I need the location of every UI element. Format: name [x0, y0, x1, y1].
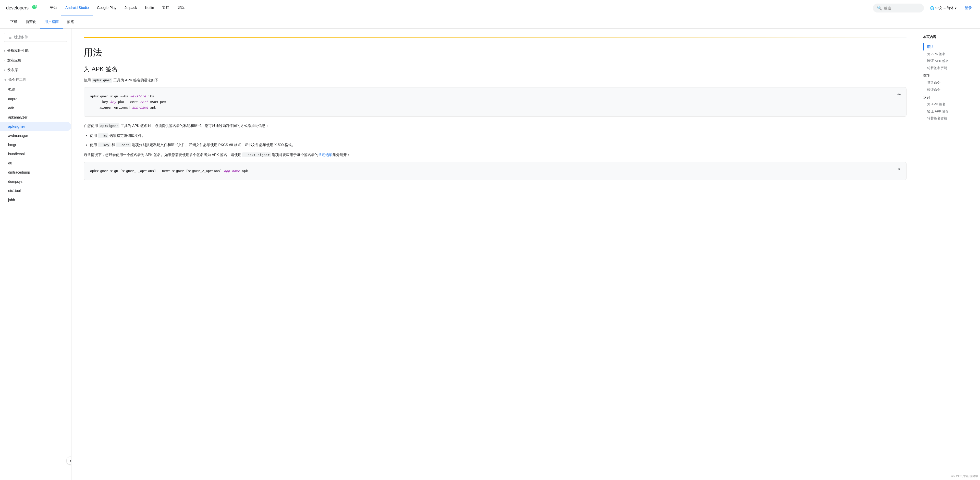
sidebar-item-aapt2[interactable]: aapt2 — [0, 94, 71, 103]
sidebar-item-analyze[interactable]: › 分析应用性能 — [0, 46, 71, 55]
intro-paragraph: 使用 apksigner使用 apksigner 工具为 APK 签名的语法如下… — [84, 77, 907, 83]
toc-item-verify-apk-ex[interactable]: 验证 APK 签名 — [923, 108, 976, 115]
toc-item-verify-apk[interactable]: 验证 APK 签名 — [923, 57, 976, 65]
toc-section-examples: 示例 — [923, 93, 976, 101]
sidebar-label-apkanalyzer: apkanalyzer — [8, 115, 27, 119]
chevron-down-icon: ▾ — [955, 6, 956, 10]
bullet1-prefix: 使用 — [90, 133, 98, 138]
search-box[interactable]: 🔍 — [873, 3, 924, 13]
language-button[interactable]: 🌐 中文 – 简体 ▾ — [928, 4, 959, 13]
login-button[interactable]: 登录 — [963, 4, 974, 13]
next-signer-code: --next-signer — [242, 152, 271, 157]
top-nav: developers 平台 Android Studio Google Play… — [0, 0, 980, 16]
code-block-1: ☀ apksigner sign --ks keystore.jks | --k… — [84, 87, 907, 117]
sidebar-label-publish-lib: 发布库 — [7, 68, 18, 72]
main-text-suffix: 工具为 APK 签名时，必须提供签名者的私钥和证书。您可以通过两种不同的方式添加… — [119, 124, 269, 128]
sidebar-item-dumpsys[interactable]: dumpsys — [0, 177, 71, 186]
search-icon: 🔍 — [877, 6, 882, 11]
toc-title: 本页内容 — [923, 35, 976, 39]
nav-user-guide[interactable]: 用户指南 — [40, 16, 63, 29]
sidebar-item-jobb[interactable]: jobb — [0, 195, 71, 204]
sidebar-item-cmdtools[interactable]: ∨ 命令行工具 — [0, 75, 71, 85]
logo-text: developers — [6, 5, 29, 11]
bullet2-code2: --cert — [116, 143, 130, 147]
globe-icon: 🌐 — [930, 6, 934, 10]
search-input[interactable] — [884, 6, 920, 10]
bullet2-middle: 和 — [110, 143, 116, 147]
sidebar-collapse-button[interactable]: ‹ — [66, 456, 72, 465]
sidebar-item-bundletool[interactable]: bundletool — [0, 149, 71, 158]
nav-platform[interactable]: 平台 — [46, 0, 61, 16]
sidebar-label-dumpsys: dumpsys — [8, 179, 22, 184]
bullet2-prefix: 使用 — [90, 143, 98, 147]
toc-item-sign-apk-ex[interactable]: 为 APK 签名 — [923, 101, 976, 108]
nav-games[interactable]: 游戏 — [173, 0, 189, 16]
bullet-list: 使用 --ks 选项指定密钥库文件。 使用 --key 和 --cert 选项分… — [90, 133, 907, 148]
sidebar-label-publish: 发布应用 — [7, 58, 21, 63]
accent-bar — [84, 37, 907, 38]
chevron-right-icon3: › — [4, 68, 5, 72]
sidebar-label-jobb: jobb — [8, 198, 15, 202]
filter-icon: ☰ — [8, 35, 12, 39]
page-title: 用法 — [84, 46, 907, 59]
filter-box[interactable]: ☰ 过滤条件 — [4, 33, 67, 42]
lang-label: 中文 – 简体 — [935, 6, 954, 11]
collapse-icon: ‹ — [70, 459, 71, 463]
sidebar-item-publish-lib[interactable]: › 发布库 — [0, 65, 71, 75]
nav-changes[interactable]: 新变化 — [21, 16, 40, 29]
sidebar-label-analyze: 分析应用性能 — [7, 48, 29, 53]
sidebar: ☰ 过滤条件 › 分析应用性能 › 发布应用 › 发布库 ∨ 命令行工具 概览 … — [0, 29, 72, 480]
toc-item-verify-cmd[interactable]: 验证命令 — [923, 86, 976, 93]
nav-google-play[interactable]: Google Play — [93, 0, 121, 16]
sidebar-item-d8[interactable]: d8 — [0, 158, 71, 168]
bottom-text-middle: 选项将要应用于每个签名者的 — [271, 153, 318, 157]
nav-download[interactable]: 下载 — [6, 16, 21, 29]
sidebar-item-publish[interactable]: › 发布应用 — [0, 55, 71, 65]
nav-docs[interactable]: 文档 — [158, 0, 173, 16]
toc-item-rotate-key[interactable]: 轮替签名密钥 — [923, 65, 976, 71]
main-text-paragraph: 在您使用 apksigner 工具为 APK 签名时，必须提供签名者的私钥和证书… — [84, 123, 907, 129]
sidebar-item-adb[interactable]: adb — [0, 103, 71, 112]
dark-mode-button-1[interactable]: ☀ — [895, 90, 903, 99]
nav-android-studio[interactable]: Android Studio — [61, 0, 93, 16]
nav-right: 🔍 🌐 中文 – 简体 ▾ 登录 — [873, 3, 974, 13]
sidebar-label-apksigner: apksigner — [8, 124, 25, 128]
logo-area[interactable]: developers — [6, 5, 38, 12]
sidebar-label-bundletool: bundletool — [8, 152, 25, 156]
page-layout: ☰ 过滤条件 › 分析应用性能 › 发布应用 › 发布库 ∨ 命令行工具 概览 … — [0, 29, 980, 480]
sidebar-item-avdmanager[interactable]: avdmanager — [0, 131, 71, 140]
sidebar-label-aapt2: aapt2 — [8, 97, 17, 101]
sun-icon-2: ☀ — [897, 166, 901, 172]
common-options-link[interactable]: 常规选项 — [318, 153, 332, 157]
bullet1-code: --ks — [98, 133, 108, 138]
code-content-2: apksigner sign [signer_1_options] --next… — [90, 168, 900, 174]
sidebar-item-dmtracedump[interactable]: dmtracedump — [0, 168, 71, 177]
dark-mode-button-2[interactable]: ☀ — [895, 165, 903, 173]
nav-jetpack[interactable]: Jetpack — [121, 0, 141, 16]
chevron-right-icon2: › — [4, 59, 5, 62]
sidebar-item-overview[interactable]: 概览 — [0, 85, 71, 94]
toc-item-usage[interactable]: 用法 — [927, 43, 976, 51]
sidebar-label-dmtracedump: dmtracedump — [8, 170, 30, 174]
code-content-1: apksigner sign --ks keystore.jks | --key… — [90, 93, 900, 110]
toc-item-sign-apk[interactable]: 为 APK 签名 — [923, 51, 976, 58]
bottom-text-1: 通常情况下，您只会使用一个签名者为 APK 签名。如果您需要使用多个签名者为 A… — [84, 153, 242, 157]
intro-text-prefix: 使用 — [84, 78, 92, 82]
code-block-2: ☀ apksigner sign [signer_1_options] --ne… — [84, 162, 907, 180]
toc-item-sign-cmd[interactable]: 签名命令 — [923, 79, 976, 86]
nav-preview[interactable]: 预览 — [63, 16, 78, 29]
sidebar-item-apkanalyzer[interactable]: apkanalyzer — [0, 112, 71, 122]
apksigner-code-intro: apksigner — [92, 78, 112, 82]
bullet-item-2: 使用 --key 和 --cert 选项分别指定私钥文件和证书文件。私钥文件必须… — [90, 142, 907, 148]
toc-section-options: 选项 — [923, 71, 976, 79]
sidebar-item-apksigner[interactable]: apksigner — [0, 122, 71, 131]
nav-links: 平台 Android Studio Google Play Jetpack Ko… — [46, 0, 873, 16]
nav-kotlin[interactable]: Kotlin — [141, 0, 158, 16]
intro-text-rest: 工具为 APK 签名的语法如下： — [112, 78, 162, 82]
toc-item-rotate-key-ex[interactable]: 轮替签名密钥 — [923, 115, 976, 122]
sidebar-item-etc1tool[interactable]: etc1tool — [0, 186, 71, 195]
sidebar-label-d8: d8 — [8, 161, 12, 165]
svg-line-3 — [32, 5, 32, 6]
svg-point-2 — [35, 6, 36, 7]
sidebar-item-bmgr[interactable]: bmgr — [0, 140, 71, 149]
